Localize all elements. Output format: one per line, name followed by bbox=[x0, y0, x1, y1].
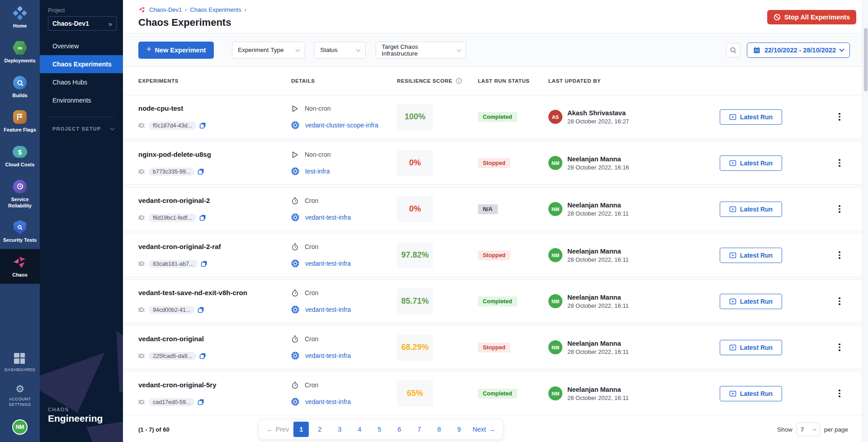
kebab-menu-icon[interactable] bbox=[835, 389, 844, 399]
id-label: ID: bbox=[138, 307, 146, 313]
updated-at: 28 October 2022, 16:11 bbox=[567, 302, 629, 309]
user-avatar[interactable]: NM bbox=[12, 419, 28, 435]
chevron-double-icon[interactable]: » bbox=[108, 20, 112, 28]
sidebar-item-chaos[interactable]: Chaos bbox=[0, 249, 40, 284]
prev-page-button[interactable]: ←Prev bbox=[264, 422, 292, 437]
project-setup-toggle[interactable]: PROJECT SETUP bbox=[52, 126, 114, 132]
nav-item-environments[interactable]: Environments bbox=[40, 91, 123, 109]
sidebar-item-account-settings[interactable]: ⚙ ACCOUNT SETTINGS bbox=[5, 378, 35, 413]
page-button-1[interactable]: 1 bbox=[293, 422, 309, 437]
latest-run-button[interactable]: Latest Run bbox=[720, 109, 782, 125]
page-button-6[interactable]: 6 bbox=[390, 422, 408, 437]
latest-run-button[interactable]: Latest Run bbox=[720, 155, 782, 171]
kebab-menu-icon[interactable] bbox=[835, 343, 844, 353]
kebab-menu-icon[interactable] bbox=[835, 204, 844, 214]
per-page-select[interactable]: 7 bbox=[797, 423, 820, 436]
sidebar-item-builds[interactable]: Builds bbox=[0, 70, 40, 104]
project-label: Project bbox=[48, 7, 123, 14]
experiment-row[interactable]: vedant-cron-original-5ry ID: cad17ed0-59… bbox=[123, 371, 868, 415]
copy-icon[interactable] bbox=[199, 122, 206, 129]
scrollbar-thumb[interactable] bbox=[864, 28, 868, 91]
search-button[interactable] bbox=[726, 43, 741, 57]
page-button-3[interactable]: 3 bbox=[330, 422, 349, 437]
infrastructure-link[interactable]: vedant-test-infra bbox=[305, 398, 351, 405]
infrastructure-link[interactable]: vedant-test-infra bbox=[305, 260, 351, 267]
sidebar-item-deployments[interactable]: ∞ Deployments bbox=[0, 35, 40, 70]
experiment-row[interactable]: vedant-cron-original ID: 225fcad5-da9...… bbox=[123, 325, 868, 369]
experiment-name[interactable]: nginx-pod-delete-u8sg bbox=[138, 150, 284, 158]
experiment-row[interactable]: vedant-cron-original-2 ID: f6d19bc1-fedf… bbox=[123, 187, 868, 231]
page-button-9[interactable]: 9 bbox=[450, 422, 468, 437]
pagination-summary: (1 - 7) of 60 bbox=[138, 426, 220, 433]
stop-all-experiments-button[interactable]: Stop All Experiments bbox=[767, 10, 856, 24]
experiment-name[interactable]: vedant-cron-original-2 bbox=[138, 197, 284, 204]
builds-icon bbox=[13, 75, 27, 90]
latest-run-button[interactable]: Latest Run bbox=[720, 202, 782, 217]
sidebar-item-dashboards[interactable]: DASHBOARDS bbox=[4, 347, 36, 378]
page-button-7[interactable]: 7 bbox=[410, 422, 428, 437]
experiment-name[interactable]: vedant-test-save-nd-exit-v8h-cron bbox=[138, 289, 284, 296]
experiment-row[interactable]: vedant-test-save-nd-exit-v8h-cron ID: 94… bbox=[123, 279, 868, 323]
experiment-row[interactable]: node-cpu-test ID: f0c187d4-43d... Non-cr… bbox=[123, 95, 868, 139]
page-button-5[interactable]: 5 bbox=[370, 422, 388, 437]
kebab-menu-icon[interactable] bbox=[835, 296, 844, 306]
experiment-type-filter[interactable]: Experiment Type bbox=[232, 42, 305, 59]
kebab-menu-icon[interactable] bbox=[835, 112, 844, 122]
nav-item-chaos-experiments[interactable]: Chaos Experiments bbox=[40, 55, 123, 73]
scrollbar-track[interactable] bbox=[862, 0, 868, 442]
sidebar-item-cloud-costs[interactable]: $ Cloud Costs bbox=[0, 139, 40, 174]
sidebar-item-feature-flags[interactable]: Feature Flags bbox=[0, 104, 40, 139]
breadcrumb-link-experiments[interactable]: Chaos Experiments bbox=[190, 6, 241, 13]
resilience-score-cell: 0% bbox=[397, 196, 478, 222]
experiment-name-cell: vedant-cron-original-5ry ID: cad17ed0-59… bbox=[138, 381, 284, 406]
status-badge: N/A bbox=[478, 204, 498, 214]
page-button-4[interactable]: 4 bbox=[350, 422, 368, 437]
sidebar-item-security-tests[interactable]: Security Tests bbox=[0, 214, 40, 249]
sidebar-item-service-reliability[interactable]: Service Reliability bbox=[0, 174, 40, 215]
page-button-8[interactable]: 8 bbox=[430, 422, 448, 437]
copy-icon[interactable] bbox=[199, 214, 206, 221]
per-page-controls: Show 7 per page bbox=[777, 423, 848, 436]
sidebar-item-home[interactable]: Home bbox=[0, 0, 40, 35]
copy-icon[interactable] bbox=[198, 306, 204, 313]
copy-icon[interactable] bbox=[198, 168, 204, 175]
latest-run-button[interactable]: Latest Run bbox=[720, 294, 782, 309]
divider bbox=[48, 117, 115, 117]
experiment-id: b773c335-99... bbox=[149, 168, 194, 176]
experiment-name[interactable]: node-cpu-test bbox=[138, 104, 284, 112]
experiment-row[interactable]: nginx-pod-delete-u8sg ID: b773c335-99...… bbox=[123, 141, 868, 185]
breadcrumb-link-project[interactable]: Chaos-Dev1 bbox=[149, 6, 182, 13]
copy-icon[interactable] bbox=[199, 353, 206, 359]
new-experiment-button[interactable]: + New Experiment bbox=[138, 42, 214, 59]
copy-icon[interactable] bbox=[198, 399, 204, 405]
kebab-menu-icon[interactable] bbox=[835, 250, 844, 260]
experiment-name[interactable]: vedant-cron-original-2-raf bbox=[138, 243, 284, 250]
project-selector[interactable]: Chaos-Dev1 » bbox=[48, 16, 117, 31]
updated-by-name: Neelanjan Manna bbox=[567, 155, 629, 163]
copy-icon[interactable] bbox=[201, 260, 208, 267]
infrastructure-link[interactable]: vedant-test-infra bbox=[305, 214, 351, 221]
experiment-row[interactable]: vedant-cron-original-2-raf ID: 83cab181-… bbox=[123, 233, 868, 277]
latest-run-button[interactable]: Latest Run bbox=[720, 386, 782, 401]
details-cell: Cron vedant-test-infra bbox=[284, 381, 397, 406]
nav-item-chaos-hubs[interactable]: Chaos Hubs bbox=[40, 73, 123, 91]
page-button-2[interactable]: 2 bbox=[311, 422, 329, 437]
infrastructure-link[interactable]: test-infra bbox=[305, 168, 330, 175]
latest-run-button[interactable]: Latest Run bbox=[720, 248, 782, 263]
kebab-menu-icon[interactable] bbox=[835, 158, 844, 168]
page-buttons: 123456789 bbox=[293, 422, 468, 437]
status-filter[interactable]: Status bbox=[314, 42, 366, 59]
next-page-button[interactable]: Next→ bbox=[470, 422, 498, 437]
info-icon[interactable] bbox=[456, 78, 462, 84]
infrastructure-link[interactable]: vedant-cluster-scope-infra bbox=[305, 122, 378, 129]
infrastructure-link[interactable]: vedant-test-infra bbox=[305, 306, 351, 313]
avatar: NM bbox=[548, 386, 562, 400]
target-infrastructure-filter[interactable]: Target Chaos Infrastructure bbox=[376, 42, 466, 59]
nav-item-overview[interactable]: Overview bbox=[40, 37, 123, 55]
infrastructure-link[interactable]: vedant-test-infra bbox=[305, 352, 351, 359]
date-range-picker[interactable]: 22/10/2022 - 28/10/2022 bbox=[747, 42, 850, 58]
updated-at: 28 October 2022, 16:16 bbox=[567, 164, 629, 171]
experiment-name[interactable]: vedant-cron-original-5ry bbox=[138, 381, 284, 389]
latest-run-button[interactable]: Latest Run bbox=[720, 340, 782, 355]
experiment-name[interactable]: vedant-cron-original bbox=[138, 335, 284, 343]
